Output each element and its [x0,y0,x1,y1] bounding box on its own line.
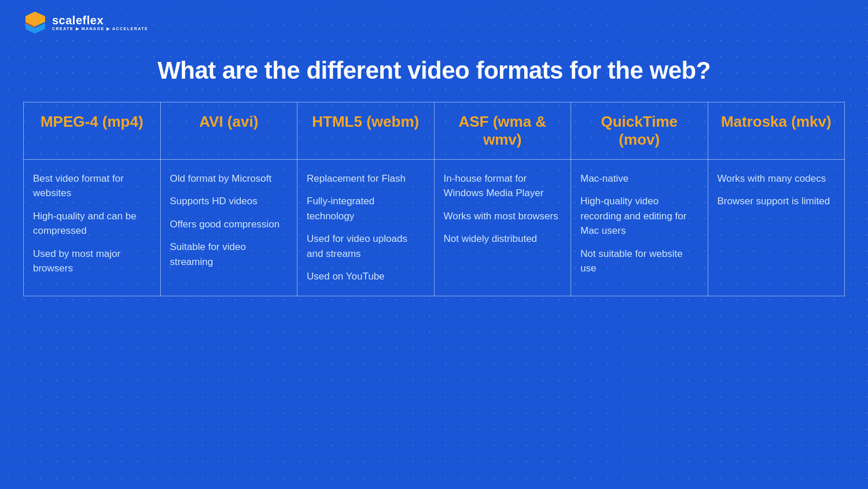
list-item: Suitable for video streaming [170,240,288,269]
list-item: Browser support is limited [718,194,836,209]
header-cell-mp4: MPEG-4 (mp4) [24,102,161,159]
col-header-mov: QuickTime (mov) [601,113,678,148]
list-item: Not suitable for website use [580,247,698,276]
col-header-asf: ASF (wma & wmv) [458,113,546,148]
content-cell-avi: Old format by MicrosoftSupports HD video… [160,159,297,296]
logo-text-block: scaleflex CREATE ▶ MANAGE ▶ ACCELERATE [52,14,148,31]
col-header-mkv: Matroska (mkv) [721,113,832,130]
list-item: Works with most browsers [444,209,562,224]
logo-area: scaleflex CREATE ▶ MANAGE ▶ ACCELERATE [23,0,845,41]
list-item: Not widely distributed [444,231,562,247]
list-item: In-house format for Windows Media Player [444,171,562,201]
list-item: Best video format for websites [33,171,151,201]
list-item: Works with many codecs [718,171,836,186]
page-wrapper: scaleflex CREATE ▶ MANAGE ▶ ACCELERATE W… [0,0,868,296]
content-cell-mkv: Works with many codecsBrowser support is… [708,159,845,296]
logo-tagline: CREATE ▶ MANAGE ▶ ACCELERATE [52,27,148,31]
header-cells-row: MPEG-4 (mp4)AVI (avi)HTML5 (webm)ASF (wm… [24,102,845,159]
col-header-mp4: MPEG-4 (mp4) [41,113,144,130]
list-item: Replacement for Flash [307,171,425,186]
header-cell-mov: QuickTime (mov) [571,102,708,159]
content-cells-row: Best video format for websitesHigh-quali… [24,159,845,296]
header-cell-asf: ASF (wma & wmv) [434,102,571,159]
list-item: High-quality video recording and editing… [580,194,698,238]
video-format-table: MPEG-4 (mp4)AVI (avi)HTML5 (webm)ASF (wm… [23,102,845,296]
content-cell-mp4: Best video format for websitesHigh-quali… [24,159,161,296]
list-item: Supports HD videos [170,194,288,209]
col-header-webm: HTML5 (webm) [312,113,419,130]
list-item: Used on YouTube [307,269,425,284]
header-cell-avi: AVI (avi) [160,102,297,159]
list-item: Fully-integrated technology [307,194,425,223]
page-title: What are the different video formats for… [23,41,845,102]
content-cell-mov: Mac-nativeHigh-quality video recording a… [571,159,708,296]
header-cell-webm: HTML5 (webm) [297,102,435,159]
header-cell-mkv: Matroska (mkv) [708,102,845,159]
list-item: Used by most major browsers [33,247,151,276]
list-item: Old format by Microsoft [170,171,288,186]
scaleflex-logo-icon [23,10,47,35]
list-item: Mac-native [580,171,698,186]
content-cell-webm: Replacement for FlashFully-integrated te… [297,159,435,296]
list-item: Offers good compression [170,217,288,232]
list-item: Used for video uploads and streams [307,231,425,261]
col-header-avi: AVI (avi) [199,113,258,130]
list-item: High-quality and can be compressed [33,209,151,238]
logo-name: scaleflex [52,14,148,27]
content-cell-asf: In-house format for Windows Media Player… [434,159,571,296]
